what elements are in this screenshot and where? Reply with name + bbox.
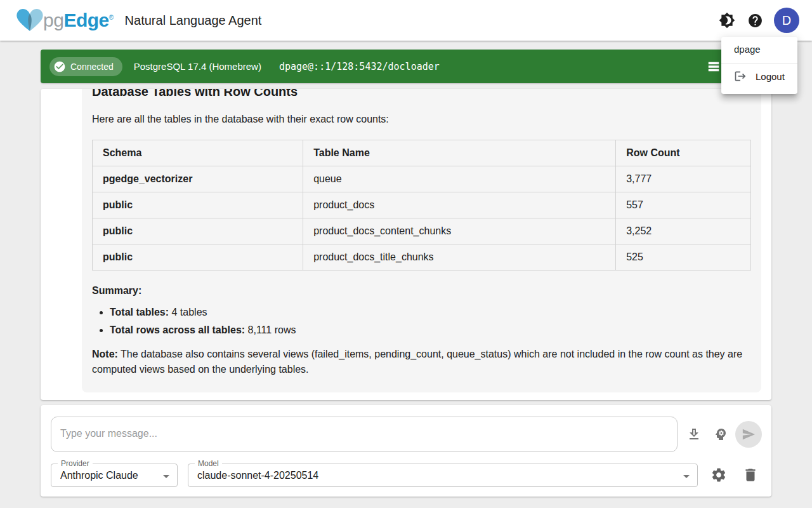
download-chat-button[interactable]: [686, 427, 702, 442]
table-rows-icon: [707, 60, 722, 74]
composer-panel: Provider Anthropic Claude Model claude-s…: [41, 405, 771, 497]
cell-schema: pgedge_vectorizer: [93, 166, 303, 192]
summary-item-total-rows: Total rows across all tables: 8,111 rows: [110, 324, 751, 337]
message-heading: Database Tables with Row Counts: [92, 89, 751, 99]
cell-table-name: product_docs_content_chunks: [303, 218, 616, 244]
user-avatar[interactable]: D: [774, 8, 799, 33]
summary-item-label: Total rows across all tables:: [110, 324, 245, 335]
provider-select-value: Anthropic Claude: [60, 470, 138, 481]
app-header: pgEdge® Natural Language Agent D: [0, 0, 812, 41]
table-row: public product_docs_title_chunks 525: [93, 244, 751, 271]
cell-row-count: 3,777: [616, 166, 751, 192]
cell-schema: public: [93, 218, 303, 244]
message-intro: Here are all the tables in the database …: [92, 112, 751, 127]
trash-icon: [742, 467, 759, 483]
summary-item-total-tables: Total tables: 4 tables: [110, 306, 751, 319]
model-select[interactable]: Model claude-sonnet-4-20250514: [188, 464, 698, 487]
logout-icon: [734, 70, 747, 83]
column-header-row-count: Row Count: [616, 140, 751, 166]
summary-list: Total tables: 4 tables Total rows across…: [92, 306, 751, 337]
summary-heading: Summary:: [92, 283, 751, 298]
cell-schema: public: [93, 192, 303, 218]
cell-row-count: 525: [616, 244, 751, 271]
note-text: The database also contains several views…: [92, 349, 742, 375]
message-note: Note: The database also contains several…: [92, 347, 751, 377]
settings-button[interactable]: [710, 467, 727, 483]
pgedge-heart-icon: [15, 8, 44, 33]
clear-chat-button[interactable]: [742, 467, 759, 483]
help-button[interactable]: [741, 6, 769, 34]
row-counts-table: Schema Table Name Row Count pgedge_vecto…: [92, 140, 751, 271]
cell-row-count: 557: [616, 192, 751, 218]
table-row: pgedge_vectorizer queue 3,777: [93, 166, 751, 192]
menu-username: dpage: [721, 39, 797, 59]
model-select-value: claude-sonnet-4-20250514: [197, 470, 318, 481]
send-button[interactable]: [735, 421, 762, 448]
logout-label: Logout: [756, 71, 785, 82]
download-icon: [686, 427, 702, 442]
gear-icon: [710, 467, 727, 483]
cell-table-name: product_docs: [303, 192, 616, 218]
column-header-table-name: Table Name: [303, 140, 616, 166]
chat-history-panel: Database Tables with Row Counts Here are…: [41, 89, 771, 400]
table-rows-button[interactable]: [707, 59, 722, 74]
cell-table-name: product_docs_title_chunks: [303, 244, 616, 271]
check-circle-icon: [53, 60, 66, 73]
connection-status-bar: Connected PostgreSQL 17.4 (Homebrew) dpa…: [41, 50, 771, 83]
summary-item-label: Total tables:: [110, 307, 169, 318]
user-menu: dpage Logout: [721, 37, 797, 94]
brightness-icon: [719, 12, 735, 29]
summary-item-value: 4 tables: [169, 307, 207, 318]
send-icon: [742, 427, 756, 441]
cell-row-count: 3,252: [616, 218, 751, 244]
logout-menu-item[interactable]: Logout: [721, 64, 797, 89]
summary-item-value: 8,111 rows: [245, 324, 296, 335]
psychology-icon: [713, 427, 728, 442]
prompt-ideas-button[interactable]: [713, 427, 728, 442]
connected-label: Connected: [70, 62, 114, 72]
note-label: Note:: [92, 349, 118, 359]
cell-schema: public: [93, 244, 303, 271]
chevron-down-icon: [159, 469, 174, 484]
pgedge-logo-text: pgEdge®: [43, 10, 114, 31]
page-title: Natural Language Agent: [125, 13, 262, 28]
connected-badge: Connected: [49, 57, 122, 76]
server-version: PostgreSQL 17.4 (Homebrew): [134, 61, 261, 72]
provider-select[interactable]: Provider Anthropic Claude: [51, 464, 178, 487]
table-row: public product_docs 557: [93, 192, 751, 218]
provider-select-label: Provider: [58, 460, 93, 467]
help-icon: [747, 13, 763, 29]
pgedge-logo: pgEdge®: [15, 8, 114, 33]
chevron-down-icon: [679, 469, 694, 484]
model-select-label: Model: [195, 460, 222, 467]
cell-table-name: queue: [303, 166, 616, 192]
theme-toggle-button[interactable]: [713, 6, 741, 34]
connection-string: dpage@::1/128:5432/docloader: [279, 61, 440, 72]
table-header-row: Schema Table Name Row Count: [93, 140, 751, 166]
assistant-message-bubble: Database Tables with Row Counts Here are…: [82, 89, 761, 392]
table-row: public product_docs_content_chunks 3,252: [93, 218, 751, 244]
message-input[interactable]: [51, 417, 678, 452]
column-header-schema: Schema: [93, 140, 303, 166]
